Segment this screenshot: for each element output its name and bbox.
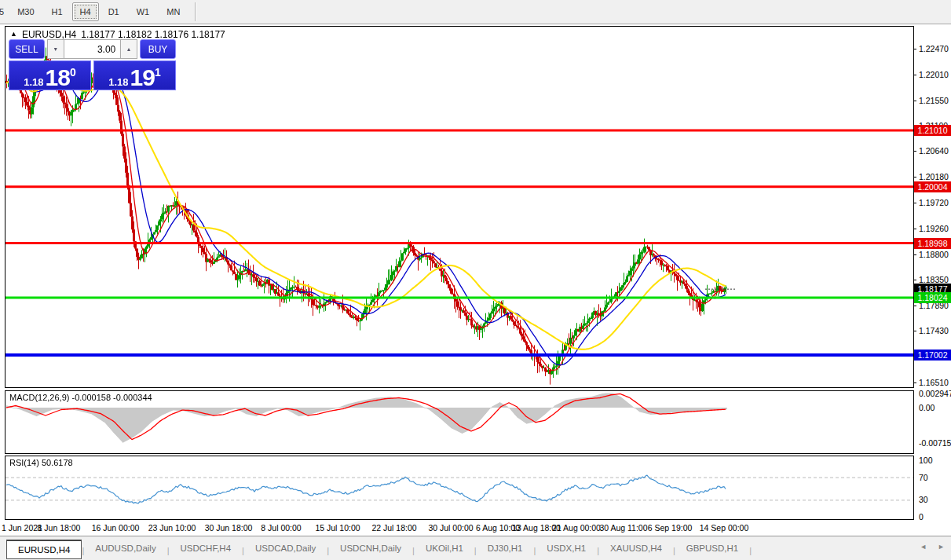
tab-scroll-controls: ◄ ►: [920, 543, 945, 551]
sell-price-base: 1.18: [24, 76, 43, 88]
buy-price-point: 1: [155, 66, 161, 79]
price-axis-tick: [913, 331, 916, 331]
rsi-axis-label: 70: [919, 473, 928, 482]
toolbar-separator: [195, 2, 196, 21]
price-axis-tick-label: 1.17430: [919, 326, 949, 335]
macd-axis-label: 0.002947: [919, 389, 951, 398]
rsi-canvas[interactable]: [5, 456, 913, 519]
sell-price-display[interactable]: 1.18 18 0: [9, 60, 91, 90]
price-axis-tick: [913, 280, 916, 280]
macd-panel[interactable]: MACD(12,26,9) -0.000158 -0.000344: [5, 390, 914, 454]
tab-ukoil-h1[interactable]: UKOil,H1: [415, 540, 474, 557]
rsi-panel[interactable]: RSI(14) 50.6178: [5, 456, 914, 520]
rsi-axis-label: 0: [919, 512, 924, 522]
buy-price-pips: 19: [130, 68, 155, 88]
price-axis-tick-label: 1.22470: [919, 44, 949, 53]
one-click-trade-panel: SELL ▾ 3.00 ▴ BUY 1.18 18 0 1.18 19 1: [9, 39, 176, 90]
volume-input[interactable]: 3.00: [64, 39, 121, 59]
time-axis-label: 30 Jul 00:00: [428, 523, 473, 533]
time-axis-label: 16 Jun 00:00: [92, 523, 140, 533]
price-axis-tick: [913, 203, 916, 203]
price-axis-tick: [913, 254, 916, 255]
time-axis: 1 Jun 20218 Jun 18:0016 Jun 00:0023 Jun …: [0, 521, 951, 535]
price-tag-1.17002: 1.17002: [914, 350, 951, 361]
time-axis-label: 15 Jul 10:00: [315, 523, 360, 533]
price-axis-tick-label: 1.20180: [919, 172, 949, 181]
price-axis-tick-label: 1.20640: [919, 146, 949, 156]
timeframe-button-d1[interactable]: D1: [101, 2, 127, 21]
price-axis-tick: [913, 49, 916, 49]
tab-usdcnh-daily[interactable]: USDCNH,Daily: [329, 540, 412, 557]
volume-increase-button[interactable]: ▴: [120, 39, 137, 59]
macd-axis-label: -0.007151: [919, 438, 951, 448]
tab-eurusd-h4[interactable]: EURUSD,H4: [6, 540, 82, 559]
timeframe-button-h1[interactable]: H1: [44, 2, 71, 21]
price-axis-tick-label: 1.22010: [919, 70, 949, 79]
time-axis-label: 22 Jul 18:00: [371, 523, 416, 533]
time-axis-label: 14 Sep 00:00: [700, 523, 748, 533]
main-price-plot[interactable]: ▲ EURUSD,H4 1.18177 1.18182 1.18176 1.18…: [5, 26, 914, 388]
chart-header: ▲ EURUSD,H4 1.18177 1.18182 1.18176 1.18…: [10, 29, 225, 40]
price-axis-tick-label: 1.21550: [919, 96, 949, 105]
tab-xauusd-h4[interactable]: XAUUSD,H4: [599, 540, 673, 557]
timeframe-button-mn[interactable]: MN: [159, 2, 188, 21]
time-axis-label: 6 Sep 19:00: [648, 523, 693, 533]
time-axis-label: 30 Jun 18:00: [205, 523, 253, 533]
time-axis-label: 8 Jul 00:00: [261, 523, 301, 533]
rsi-axis-label: 30: [919, 495, 928, 504]
price-axis-tick: [913, 101, 916, 101]
tab-separator: |: [749, 546, 752, 555]
price-axis-tick-label: 1.18800: [919, 250, 949, 259]
buy-button[interactable]: BUY: [140, 39, 176, 59]
price-tag-1.18998: 1.18998: [914, 238, 951, 249]
price-axis-tick-label: 1.19260: [919, 224, 949, 233]
tab-scroll-right-icon[interactable]: ►: [938, 543, 945, 551]
timeframe-button-m30[interactable]: M30: [9, 2, 42, 21]
chart-symbol: EURUSD,H4: [22, 29, 76, 40]
macd-axis-label: 0.00: [919, 403, 935, 412]
tab-usdcad-daily[interactable]: USDCAD,Daily: [244, 540, 327, 557]
price-axis-tick: [913, 229, 916, 229]
time-axis-label: 8 Jun 18:00: [38, 523, 81, 533]
chart-ohlc: 1.18177 1.18182 1.18176 1.18177: [81, 29, 225, 40]
price-axis-tick: [913, 75, 916, 75]
buy-price-display[interactable]: 1.18 19 1: [93, 60, 176, 90]
sell-button[interactable]: SELL: [9, 39, 45, 59]
timeframe-button-5[interactable]: 5: [0, 2, 8, 21]
timeframe-toolbar: 5M30H1H4D1W1MN: [0, 0, 951, 24]
price-axis-tick-label: 1.16510: [919, 378, 949, 387]
tab-audusd-daily[interactable]: AUDUSD,Daily: [84, 540, 166, 557]
price-axis-tick: [913, 151, 916, 152]
time-axis-label: 30 Aug 11:00: [599, 523, 647, 533]
price-axis-tick-label: 1.18350: [919, 275, 949, 284]
sell-price-point: 0: [70, 66, 76, 79]
price-tag-1.21010: 1.21010: [914, 125, 951, 136]
time-axis-label: 1 Jun 2021: [2, 523, 42, 533]
tab-gbpusd-h1[interactable]: GBPUSD,H1: [675, 540, 749, 557]
buy-price-base: 1.18: [108, 76, 128, 88]
tab-scroll-left-icon[interactable]: ◄: [920, 543, 927, 551]
price-axis-tick-label: 1.19720: [919, 198, 949, 207]
timeframe-button-w1[interactable]: W1: [129, 2, 158, 21]
tab-usdchf-h4[interactable]: USDCHF,H4: [170, 540, 243, 557]
price-tag-1.18024: 1.18024: [914, 292, 951, 303]
price-tag-1.20004: 1.20004: [914, 181, 951, 192]
chart-region: ▲ EURUSD,H4 1.18177 1.18182 1.18176 1.18…: [0, 24, 951, 536]
symbol-tabbar: EURUSD,H4|AUDUSD,Daily|USDCHF,H4|USDCAD,…: [0, 536, 951, 560]
price-axis-tick: [913, 177, 916, 178]
rsi-label: RSI(14) 50.6178: [9, 458, 73, 467]
tab-dj30-h1[interactable]: DJ30,H1: [477, 540, 534, 557]
timeframe-buttons: 5M30H1H4D1W1MN: [0, 0, 188, 24]
price-axis-tick: [913, 382, 916, 383]
time-axis-label: 21 Aug 00:00: [552, 523, 601, 533]
rsi-axis-label: 100: [919, 456, 933, 465]
sell-price-pips: 18: [46, 68, 70, 88]
timeframe-button-h4[interactable]: H4: [72, 2, 99, 21]
tab-usdx-h1[interactable]: USDX,H1: [536, 540, 597, 557]
symbol-marker-icon: ▲: [10, 30, 17, 38]
macd-label: MACD(12,26,9) -0.000158 -0.000344: [9, 393, 152, 402]
time-axis-label: 23 Jun 10:00: [148, 523, 196, 533]
symbol-tabs: EURUSD,H4|AUDUSD,Daily|USDCHF,H4|USDCAD,…: [0, 536, 752, 559]
price-axis-tick: [913, 306, 916, 306]
volume-decrease-button[interactable]: ▾: [47, 39, 64, 59]
